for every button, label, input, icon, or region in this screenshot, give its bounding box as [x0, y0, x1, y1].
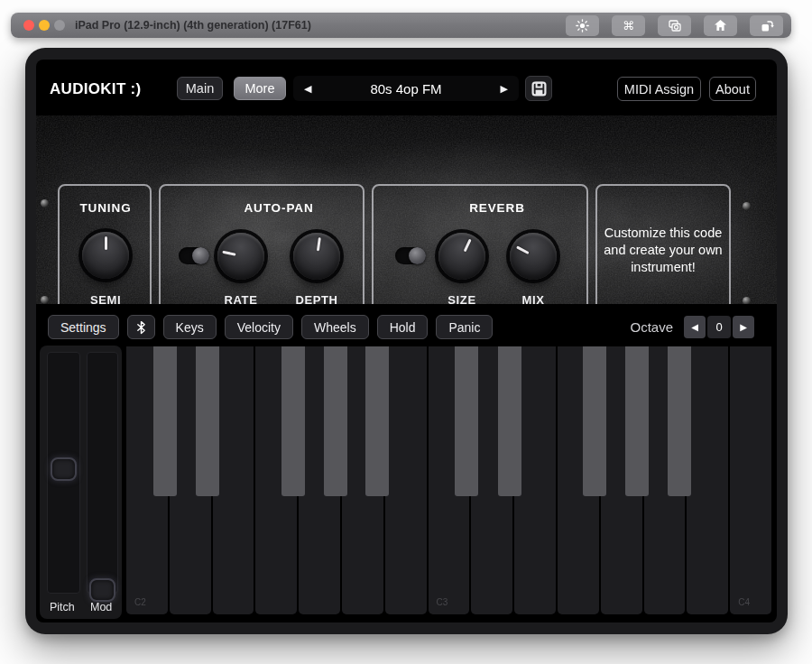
simulator-titlebar: iPad Pro (12.9-inch) (4th generation) (1…	[11, 13, 791, 38]
key-label: C4	[738, 597, 750, 607]
preset-name: 80s 4op FM	[370, 81, 441, 97]
appearance-button[interactable]	[566, 15, 599, 36]
customize-text: Customize this code and create your own …	[601, 225, 725, 276]
knob-indicator	[222, 251, 235, 256]
pitch-wheel[interactable]	[47, 352, 80, 594]
command-icon: ⌘	[623, 19, 634, 32]
bluetooth-button[interactable]	[127, 315, 155, 339]
keys: C2C3C4	[126, 346, 773, 617]
reverb-toggle[interactable]	[395, 247, 426, 264]
rotate-button[interactable]	[750, 15, 783, 36]
chevron-left-icon: ◀	[691, 322, 698, 332]
simulator-actions: ⌘	[566, 15, 783, 36]
knob-indicator	[463, 238, 471, 252]
bluetooth-icon	[136, 320, 146, 335]
more-tab-button[interactable]: More	[234, 77, 286, 100]
black-key[interactable]	[668, 346, 691, 496]
midi-assign-button[interactable]: MIDI Assign	[617, 77, 701, 101]
window-title: iPad Pro (12.9-inch) (4th generation) (1…	[75, 13, 311, 38]
octave-control: Octave ◀ 0 ▶	[630, 315, 754, 339]
size-label: SIZE	[448, 293, 475, 304]
size-knob[interactable]	[438, 233, 485, 280]
knob-indicator	[316, 237, 320, 251]
octave-down-button[interactable]: ◀	[684, 316, 706, 338]
about-button[interactable]: About	[709, 77, 756, 101]
wheel-panel: Pitch Mod	[40, 346, 122, 619]
white-key-c4[interactable]: C4	[730, 346, 771, 614]
ipad-bezel: AUDIOKIT :) Main More ◀ 80s 4op FM ▶ MID…	[25, 48, 788, 634]
semi-label: SEMI	[90, 293, 121, 304]
black-key[interactable]	[365, 346, 389, 496]
panic-button[interactable]: Panic	[436, 315, 493, 339]
knob-indicator	[516, 246, 530, 255]
octave-up-button[interactable]: ▶	[733, 316, 754, 338]
screw-icon	[41, 199, 49, 208]
black-key[interactable]	[324, 346, 347, 496]
white-key[interactable]	[687, 346, 728, 614]
home-icon	[714, 19, 727, 32]
semi-knob[interactable]	[82, 232, 129, 279]
white-key[interactable]	[385, 346, 427, 614]
chevron-right-icon: ▶	[740, 322, 747, 332]
close-window-button[interactable]	[23, 20, 34, 31]
black-key[interactable]	[153, 346, 177, 496]
black-key[interactable]	[455, 346, 478, 496]
rate-label: RATE	[225, 293, 258, 304]
preset-selector[interactable]: ◀ 80s 4op FM ▶	[293, 76, 519, 101]
mod-wheel[interactable]	[87, 352, 118, 594]
pitch-wheel-label: Pitch	[50, 601, 75, 613]
minimize-window-button[interactable]	[39, 20, 50, 31]
keys-button[interactable]: Keys	[163, 315, 217, 339]
home-button[interactable]	[704, 15, 737, 36]
knob-indicator	[105, 236, 107, 250]
mod-wheel-handle[interactable]	[89, 578, 115, 602]
wheels-button[interactable]: Wheels	[301, 315, 369, 339]
black-key[interactable]	[281, 346, 305, 496]
settings-button[interactable]: Settings	[48, 315, 119, 339]
keyboard: Pitch Mod C2C3C4	[40, 346, 774, 619]
app-logo: AUDIOKIT :)	[50, 80, 142, 98]
shortcuts-button[interactable]: ⌘	[612, 15, 645, 36]
key-label: C3	[437, 597, 448, 607]
floppy-disk-icon	[531, 81, 547, 97]
screenshot-icon	[668, 19, 682, 32]
save-preset-button[interactable]	[525, 76, 552, 101]
pitch-wheel-handle[interactable]	[51, 457, 77, 481]
key-label: C2	[134, 597, 146, 607]
autopan-toggle[interactable]	[179, 247, 209, 264]
fx-panel: TUNING AUTO-PAN REVERB SEMI RATE DEPTH S…	[36, 115, 777, 304]
screw-icon	[41, 296, 49, 304]
zoom-window-button	[54, 20, 65, 31]
depth-label: DEPTH	[295, 293, 337, 304]
depth-knob[interactable]	[293, 233, 340, 280]
rotate-icon	[760, 19, 774, 32]
screw-icon	[743, 202, 751, 210]
velocity-button[interactable]: Velocity	[225, 315, 293, 339]
mix-knob[interactable]	[510, 233, 557, 280]
octave-label: Octave	[630, 319, 673, 335]
rate-knob[interactable]	[217, 233, 264, 280]
hold-button[interactable]: Hold	[377, 315, 429, 339]
tuning-title: TUNING	[79, 201, 131, 215]
preset-prev-icon[interactable]: ◀	[304, 76, 311, 101]
black-key[interactable]	[583, 346, 606, 496]
black-key[interactable]	[625, 346, 649, 496]
keyboard-toolbar: SettingsKeysVelocityWheelsHoldPanic	[48, 315, 493, 339]
toggle-ball	[409, 247, 426, 264]
mod-wheel-label: Mod	[90, 601, 112, 613]
octave-value: 0	[707, 316, 731, 338]
app-screen: AUDIOKIT :) Main More ◀ 80s 4op FM ▶ MID…	[36, 60, 777, 622]
black-key[interactable]	[498, 346, 521, 496]
toggle-ball	[192, 247, 209, 264]
black-key[interactable]	[196, 346, 219, 496]
main-tab-button[interactable]: Main	[177, 77, 223, 100]
reverb-title: REVERB	[469, 201, 525, 215]
screw-icon	[743, 297, 751, 304]
mix-label: MIX	[522, 293, 545, 304]
brightness-icon	[576, 19, 589, 32]
screenshot-button[interactable]	[658, 15, 691, 36]
autopan-title: AUTO-PAN	[244, 201, 313, 215]
preset-next-icon[interactable]: ▶	[501, 76, 508, 101]
